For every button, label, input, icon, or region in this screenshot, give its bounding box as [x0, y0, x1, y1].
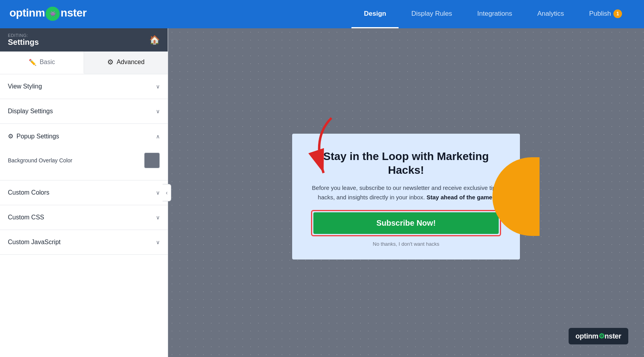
chevron-down-icon-3: ∨	[156, 190, 160, 196]
accordion-custom-css-header[interactable]: Custom CSS ∨	[0, 205, 168, 230]
logo: optinm👾nster	[9, 7, 86, 22]
accordion-custom-js-header[interactable]: Custom JavaScript ∨	[0, 230, 168, 254]
logo-monster-icon: 👾	[46, 7, 60, 21]
top-nav: optinm👾nster Design Display Rules Integr…	[0, 0, 644, 28]
preview-area: Stay in the Loop with Marketing Hacks! B…	[168, 28, 644, 357]
nav-tab-design[interactable]: Design	[351, 0, 399, 28]
sliders-icon-2: ⚙	[8, 132, 13, 140]
popup-body: Before you leave, subscribe to our newsl…	[311, 183, 501, 202]
publish-badge: 1	[613, 9, 622, 18]
popup-body-bold: Stay ahead of the game!	[426, 194, 494, 201]
arrow-icon	[300, 114, 347, 177]
accordion-popup-settings-header[interactable]: ⚙ Popup Settings ∧	[0, 124, 168, 149]
sliders-icon: ⚙	[107, 58, 113, 66]
nav-tab-display-rules[interactable]: Display Rules	[399, 0, 465, 28]
home-icon[interactable]: 🏠	[149, 35, 160, 45]
accordion-view-styling: View Styling ∨	[0, 74, 168, 99]
no-thanks-link[interactable]: No thanks, I don't want hacks	[311, 241, 501, 247]
accordion-display-settings: Display Settings ∨	[0, 99, 168, 124]
chevron-down-icon-2: ∨	[156, 108, 160, 114]
chevron-down-icon: ∨	[156, 83, 160, 90]
accordion-custom-js: Custom JavaScript ∨	[0, 230, 168, 255]
accordion-custom-colors-header[interactable]: Custom Colors ∨	[0, 180, 168, 205]
background-overlay-row: Background Overlay Color	[8, 149, 160, 172]
background-overlay-label: Background Overlay Color	[8, 157, 72, 164]
subscribe-button-wrapper: Subscribe Now!	[311, 210, 501, 236]
accordion-popup-settings-body: Background Overlay Color	[0, 149, 168, 180]
tab-advanced[interactable]: ⚙ Advanced	[84, 52, 168, 74]
chevron-down-icon-5: ∨	[156, 239, 160, 245]
subscribe-now-button[interactable]: Subscribe Now!	[313, 212, 499, 234]
editing-bar: EDITING: Settings 🏠	[0, 28, 168, 52]
sidebar: EDITING: Settings 🏠 ✏️ Basic ⚙ Advanced …	[0, 28, 168, 357]
accordion-list: View Styling ∨ Display Settings ∨ ⚙ Popu…	[0, 74, 168, 357]
sidebar-collapse-button[interactable]: ‹	[163, 184, 171, 201]
tab-switcher: ✏️ Basic ⚙ Advanced	[0, 52, 168, 74]
main-area: EDITING: Settings 🏠 ✏️ Basic ⚙ Advanced …	[0, 28, 644, 357]
brand-monster-icon: ⚙	[598, 332, 605, 340]
accordion-view-styling-header[interactable]: View Styling ∨	[0, 74, 168, 99]
chevron-down-icon-4: ∨	[156, 214, 160, 221]
popup-wrapper: Stay in the Loop with Marketing Hacks! B…	[292, 149, 520, 259]
om-branding: optinm⚙nster	[569, 328, 628, 344]
logo-text: optinm👾nster	[9, 7, 86, 22]
nav-tab-publish[interactable]: Publish 1	[576, 0, 635, 28]
background-overlay-color-swatch[interactable]	[144, 153, 160, 168]
pencil-icon: ✏️	[29, 59, 37, 66]
nav-tabs: Design Display Rules Integrations Analyt…	[351, 0, 635, 28]
editing-title: Settings	[8, 38, 39, 46]
editing-label: EDITING:	[8, 33, 39, 38]
chevron-up-icon: ∧	[156, 133, 160, 140]
nav-tab-integrations[interactable]: Integrations	[465, 0, 525, 28]
tab-basic[interactable]: ✏️ Basic	[0, 52, 84, 74]
accordion-popup-settings: ⚙ Popup Settings ∧ Background Overlay Co…	[0, 124, 168, 180]
accordion-custom-colors: Custom Colors ∨	[0, 180, 168, 205]
nav-tab-analytics[interactable]: Analytics	[525, 0, 576, 28]
accordion-custom-css: Custom CSS ∨	[0, 205, 168, 230]
accordion-display-settings-header[interactable]: Display Settings ∨	[0, 99, 168, 123]
